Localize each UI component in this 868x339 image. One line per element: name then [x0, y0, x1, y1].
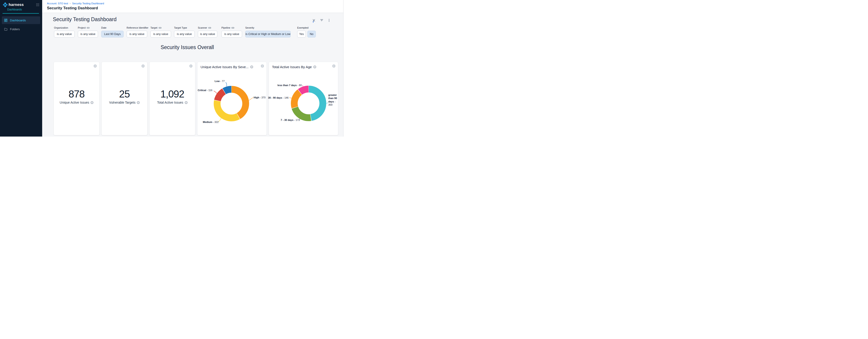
link-icon: [208, 26, 211, 29]
filter-label: Target Type: [174, 26, 195, 29]
donut-label-low: Low - 77: [215, 80, 225, 83]
stat-label-text: Total Active Issues: [157, 101, 183, 104]
filter-value-box[interactable]: is any value: [174, 31, 195, 37]
stat-card-vulnerable-targets: 25Vulnerable Targets: [102, 62, 147, 135]
filter-value-box[interactable]: is Critical or High or Medium or Low: [245, 31, 290, 37]
donut-label-greater-than-90-days: greater than 90 days - 359: [328, 93, 339, 106]
filter-value-box[interactable]: Last 90 Days: [101, 31, 124, 37]
stat-label: Total Active Issues: [150, 101, 195, 104]
info-icon[interactable]: [91, 101, 93, 104]
filter-label-text: Date: [101, 26, 106, 29]
breadcrumb-link[interactable]: Security Testing Dashboard: [72, 2, 104, 5]
donut-label-critical: Critical - 116: [197, 89, 212, 91]
filter-value-box[interactable]: is any value: [78, 31, 98, 37]
leader-line: [218, 118, 221, 121]
sidebar-item-dashboards[interactable]: Dashboards: [2, 16, 40, 24]
breadcrumb-separator-icon: ›: [70, 2, 70, 5]
filter-label-text: Organization: [54, 26, 68, 29]
filter-target: Targetis any value: [150, 26, 171, 37]
filter-icon[interactable]: [319, 18, 324, 23]
stat-value: 878: [54, 88, 99, 100]
link-icon: [87, 26, 90, 29]
globe-icon[interactable]: [141, 64, 145, 68]
dashboard-panel: Security Testing Dashboard Organizationi…: [42, 13, 343, 137]
module-label: Dashboards: [7, 8, 39, 11]
filter-label-text: Severity: [245, 26, 254, 29]
filter-severity: Severityis Critical or High or Medium or…: [245, 26, 290, 37]
filter-label: Target: [150, 26, 171, 29]
filter-label-text: Project: [78, 26, 86, 29]
filter-label-text: Pipeline: [221, 26, 230, 29]
leader-line: [327, 103, 328, 103]
stat-label-text: Unique Active Issues: [60, 101, 89, 104]
filter-label: Severity: [245, 26, 290, 29]
globe-icon[interactable]: [93, 64, 97, 68]
link-icon: [231, 26, 235, 29]
section-heading: Security Issues Overall: [45, 44, 330, 51]
sidebar-header: harness Dashboards: [0, 0, 42, 13]
sidebar-item-label: Folders: [10, 28, 20, 31]
stat-value: 1,092: [150, 88, 195, 100]
exempted-options: YesNo: [297, 31, 316, 37]
breadcrumb-link[interactable]: Account: STO test: [47, 2, 68, 5]
filter-label-text: Scanner: [198, 26, 207, 29]
filter-label-text: Reference Identifier: [127, 26, 148, 29]
filter-value-box[interactable]: is any value: [150, 31, 171, 37]
page-title: Security Testing Dashboard: [47, 6, 343, 10]
info-icon[interactable]: [137, 101, 140, 104]
right-panel-strip: [343, 0, 350, 137]
filter-value-box[interactable]: is any value: [221, 31, 242, 37]
exempted-yes-button[interactable]: Yes: [297, 31, 306, 37]
stat-label-text: Vulnerable Targets: [109, 101, 135, 104]
filter-scanner: Scanneris any value: [198, 26, 217, 37]
info-icon[interactable]: [185, 101, 188, 104]
close-icon[interactable]: [311, 18, 316, 23]
dashboard-title: Security Testing Dashboard: [53, 16, 117, 23]
folder-icon: [4, 28, 7, 31]
filter-exempted: ExemptedYesNo: [297, 26, 316, 37]
chart-card-0: Unique Active Issues By Seve...High - 37…: [197, 62, 267, 135]
donut-label-less-than-7-days: less than 7 days - 80: [277, 84, 302, 87]
stat-label: Vulnerable Targets: [102, 101, 147, 104]
filter-label: Pipeline: [221, 26, 242, 29]
filter-value-box[interactable]: is any value: [198, 31, 217, 37]
filter-label: Organization: [54, 26, 75, 29]
stat-value: 25: [102, 88, 147, 100]
globe-icon[interactable]: [189, 64, 193, 68]
filter-label: Scanner: [198, 26, 217, 29]
filter-label: Exempted: [297, 26, 316, 29]
filter-date: DateLast 90 Days: [101, 26, 124, 37]
filter-value-box[interactable]: is any value: [54, 31, 75, 37]
module-grid-icon[interactable]: [36, 3, 39, 6]
dashboard-icon: [4, 19, 7, 22]
filter-value-box[interactable]: is any value: [127, 31, 147, 37]
donut-label-7---30-days: 7 - 30 days - 173: [281, 119, 300, 121]
leader-line: [214, 91, 217, 94]
filter-label-text: Target: [150, 26, 157, 29]
stat-card-unique-active-issues: 878Unique Active Issues: [54, 62, 99, 135]
donut-label-medium: Medium - 322: [203, 121, 219, 123]
sidebar-item-folders[interactable]: Folders: [2, 25, 40, 33]
filter-organization: Organizationis any value: [54, 26, 75, 37]
donut-label-high: High - 370: [254, 96, 266, 99]
sidebar: harness Dashboards DashboardsFolders: [0, 0, 42, 137]
cards-row: 878Unique Active Issues25Vulnerable Targ…: [54, 62, 338, 135]
harness-logo-text: harness: [9, 2, 24, 7]
filter-label-text: Target Type: [174, 26, 187, 29]
filter-label: Project: [78, 26, 98, 29]
exempted-no-button[interactable]: No: [307, 31, 316, 37]
chart-card-1: Total Active Issues By Agegreater than 9…: [269, 62, 338, 135]
donut-label-30---90-days: 30 - 90 days - 146: [268, 96, 288, 99]
stat-card-total-active-issues: 1,092Total Active Issues: [150, 62, 195, 135]
filter-label-text: Exempted: [297, 26, 309, 29]
harness-logo-icon: [3, 2, 8, 7]
top-header: Account: STO test›Security Testing Dashb…: [42, 0, 343, 13]
leader-line: [249, 97, 253, 101]
filter-label: Date: [101, 26, 124, 29]
module-accent-line: [2, 13, 39, 13]
filter-project: Projectis any value: [78, 26, 98, 37]
leader-line: [226, 82, 227, 86]
leader-line: [289, 98, 292, 98]
kebab-menu-icon[interactable]: [326, 18, 332, 23]
filter-target-type: Target Typeis any value: [174, 26, 195, 37]
